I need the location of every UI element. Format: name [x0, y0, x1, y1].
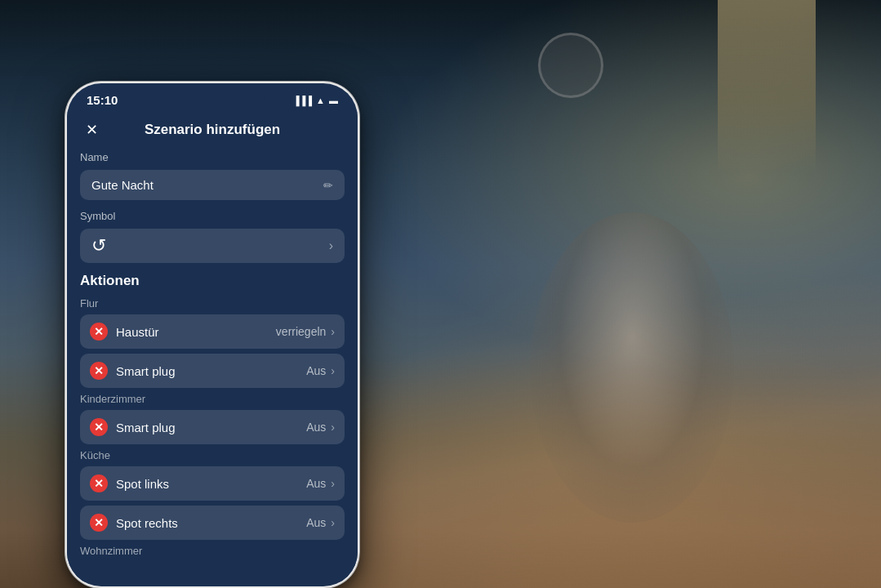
- remove-smartplug-flur-button[interactable]: ✕: [90, 362, 108, 380]
- action-value-smartplug-kinderzimmer: Aus: [306, 421, 326, 434]
- symbol-chevron-icon: ›: [329, 238, 333, 253]
- action-value-spot-links: Aus: [306, 477, 326, 490]
- action-value-spot-rechts: Aus: [306, 516, 326, 529]
- edit-icon: ✏: [323, 179, 333, 192]
- phone-notch: [159, 83, 265, 106]
- phone-shell: 15:10 ▐▐▐ ▲ ▬ ✕ Szenario hinzufügen: [65, 82, 359, 588]
- remove-haustur-button[interactable]: ✕: [90, 323, 108, 341]
- action-value-haustur: verriegeln: [276, 325, 326, 338]
- action-name-smartplug-flur: Smart plug: [116, 364, 306, 378]
- phone-device: 15:10 ▐▐▐ ▲ ▬ ✕ Szenario hinzufügen: [65, 82, 359, 588]
- action-item-haustur[interactable]: ✕ Haustür verriegeln ›: [80, 314, 345, 349]
- action-name-spot-links: Spot links: [116, 477, 306, 491]
- app-scrollable[interactable]: ✕ Szenario hinzufügen Name Gute Nacht ✏ …: [67, 112, 358, 586]
- action-name-smartplug-kinderzimmer: Smart plug: [116, 421, 306, 434]
- action-chevron-smartplug-flur-icon: ›: [331, 364, 335, 377]
- action-chevron-spot-rechts-icon: ›: [331, 516, 335, 529]
- wifi-icon: ▲: [316, 96, 325, 105]
- symbol-label: Symbol: [80, 210, 345, 222]
- symbol-row[interactable]: ↺ ›: [80, 229, 345, 263]
- remove-smartplug-kinderzimmer-button[interactable]: ✕: [90, 418, 108, 436]
- signal-icon: ▐▐▐: [293, 96, 312, 105]
- symbol-icon-display: ↺: [91, 235, 106, 256]
- room-label-kuche: Küche: [80, 449, 345, 461]
- close-button[interactable]: ✕: [80, 118, 103, 141]
- status-icons: ▐▐▐ ▲ ▬: [293, 96, 338, 105]
- wall-clock: [538, 33, 603, 98]
- remove-spot-links-button[interactable]: ✕: [90, 474, 108, 492]
- room-label-flur: Flur: [80, 297, 345, 310]
- name-label: Name: [80, 151, 345, 163]
- action-chevron-smartplug-kinderzimmer-icon: ›: [331, 421, 335, 434]
- app-header: ✕ Szenario hinzufügen: [67, 112, 358, 151]
- action-value-smartplug-flur: Aus: [306, 364, 326, 377]
- action-chevron-spot-links-icon: ›: [331, 477, 335, 490]
- action-item-smartplug-flur[interactable]: ✕ Smart plug Aus ›: [80, 354, 345, 388]
- symbol-section: Symbol ↺ ›: [67, 210, 358, 273]
- name-value: Gute Nacht: [91, 178, 154, 192]
- phone-screen: 15:10 ▐▐▐ ▲ ▬ ✕ Szenario hinzufügen: [67, 83, 358, 586]
- action-name-haustur: Haustür: [116, 325, 276, 339]
- person-area: [530, 212, 734, 523]
- actions-section: Aktionen Flur ✕ Haustür verriegeln › ✕ S…: [67, 273, 358, 557]
- lamp-glow: [718, 0, 816, 245]
- action-item-spot-rechts[interactable]: ✕ Spot rechts Aus ›: [80, 506, 345, 540]
- action-item-smartplug-kinderzimmer[interactable]: ✕ Smart plug Aus ›: [80, 410, 345, 444]
- remove-spot-rechts-button[interactable]: ✕: [90, 514, 108, 532]
- status-time: 15:10: [87, 93, 118, 107]
- room-label-wohnzimmer: Wohnzimmer: [80, 545, 345, 557]
- action-name-spot-rechts: Spot rechts: [116, 516, 306, 530]
- room-label-kinderzimmer: Kinderzimmer: [80, 393, 345, 405]
- name-input-row[interactable]: Gute Nacht ✏: [80, 170, 345, 200]
- action-chevron-haustur-icon: ›: [331, 325, 335, 338]
- battery-icon: ▬: [329, 96, 338, 105]
- action-item-spot-links[interactable]: ✕ Spot links Aus ›: [80, 466, 345, 501]
- app-content: ✕ Szenario hinzufügen Name Gute Nacht ✏ …: [67, 112, 358, 582]
- name-section: Name Gute Nacht ✏: [67, 151, 358, 210]
- page-title: Szenario hinzufügen: [103, 122, 322, 138]
- actions-title: Aktionen: [80, 273, 345, 289]
